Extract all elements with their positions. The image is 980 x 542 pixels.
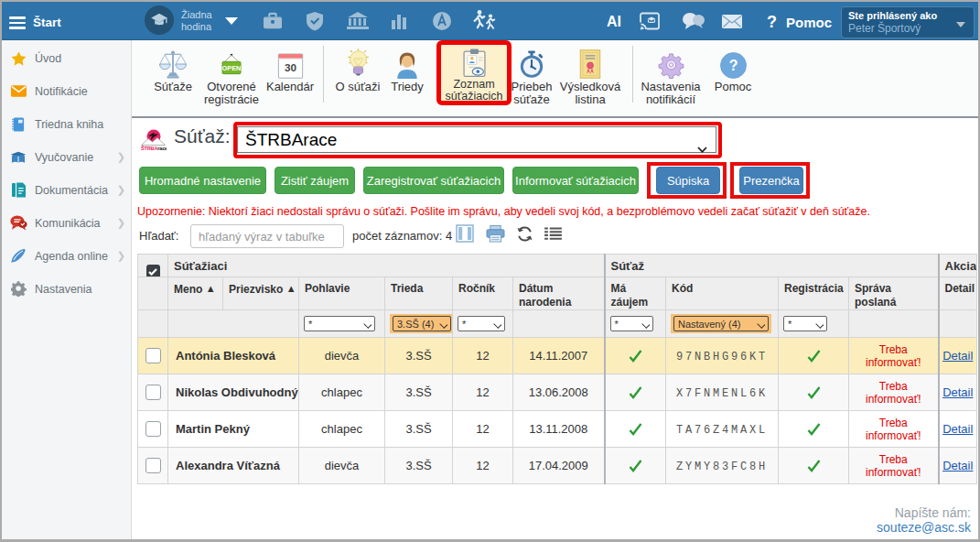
svg-text:?: ? — [728, 58, 738, 73]
svg-text:30: 30 — [284, 61, 296, 73]
svg-text:ŠTRBArace: ŠTRBArace — [141, 145, 167, 151]
svg-text:OPEN: OPEN — [222, 64, 242, 72]
